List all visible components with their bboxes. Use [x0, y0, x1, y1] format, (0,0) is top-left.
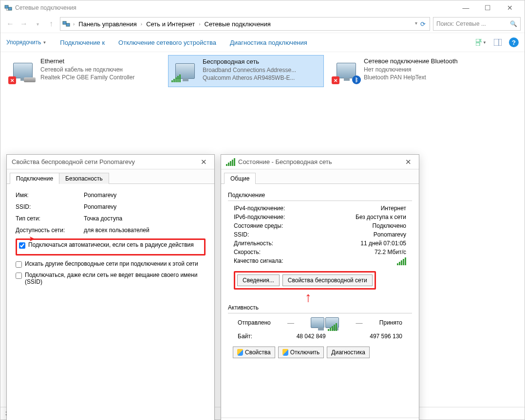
label-ipv6: IPv6-подключение: — [234, 214, 285, 220]
value-avail: для всех пользователей — [84, 227, 150, 234]
value-name: Ponomarevy — [84, 192, 116, 199]
connection-item-ethernet[interactable]: ✕ Ethernet Сетевой кабель не подключен R… — [6, 55, 162, 87]
network-icon — [4, 4, 12, 12]
tab-strip: Общие — [221, 169, 419, 184]
wireless-status-dialog: Состояние - Беспроводная сеть ✕ Общие По… — [221, 154, 419, 420]
connection-icon: ✕ ᛒ — [332, 57, 361, 84]
svg-rect-7 — [481, 39, 482, 42]
label-nettype: Тип сети: — [16, 215, 84, 222]
window-title: Сетевые подключения — [15, 4, 76, 11]
close-icon[interactable]: ✕ — [198, 158, 209, 166]
breadcrumb[interactable]: › Панель управления › Сеть и Интернет › … — [60, 17, 430, 31]
value-speed: 72.2 Мбит/с — [375, 249, 406, 256]
view-options-button[interactable]: ▼ — [476, 37, 487, 48]
ethernet-plug-icon — [24, 77, 36, 82]
breadcrumb-item[interactable]: Сетевые подключения — [203, 19, 273, 29]
section-connection: Подключение — [228, 192, 412, 199]
value-bytes-sent: 48 042 849 — [297, 333, 326, 340]
wireless-properties-dialog: Свойства беспроводной сети Ponomarevy ✕ … — [6, 154, 215, 420]
value-ssid: Ponomarevy — [374, 231, 406, 238]
label-connect-hidden: Подключаться, даже если сеть не ведет ве… — [25, 272, 206, 285]
tab-connection[interactable]: Подключение — [10, 173, 59, 184]
checkbox-auto-connect[interactable] — [19, 242, 25, 249]
activity-icon — [311, 317, 339, 328]
shield-icon — [282, 349, 288, 356]
preview-pane-button[interactable] — [492, 37, 503, 48]
value-media: Подключено — [373, 222, 406, 229]
location-icon — [62, 20, 71, 28]
tab-strip: Подключение Безопасность — [7, 169, 214, 184]
help-button[interactable]: ? — [509, 37, 519, 47]
svg-rect-0 — [5, 5, 8, 8]
tab-security[interactable]: Безопасность — [59, 173, 109, 184]
checkbox-connect-hidden[interactable] — [16, 273, 22, 279]
section-activity: Активность — [228, 304, 412, 311]
maximize-button[interactable]: ☐ — [477, 1, 499, 15]
label-speed: Скорость: — [234, 249, 261, 256]
recent-button[interactable]: ▾ — [32, 18, 43, 30]
value-nettype: Точка доступа — [84, 215, 122, 222]
titlebar: Сетевые подключения — ☐ ✕ — [0, 0, 525, 15]
shield-icon — [237, 349, 243, 356]
breadcrumb-item[interactable]: Панель управления — [76, 19, 138, 29]
toolbar: Упорядочить ▼ Подключение к Отключение с… — [0, 33, 525, 52]
properties-button[interactable]: Свойства — [233, 347, 275, 358]
svg-rect-8 — [476, 43, 480, 46]
up-button[interactable]: ↑ — [45, 18, 57, 30]
pointer-arrow-icon: ➤ — [29, 237, 35, 241]
value-ipv4: Интернет — [381, 205, 406, 212]
label-avail: Доступность сети: — [16, 227, 84, 234]
close-button[interactable]: ✕ — [499, 1, 521, 15]
label-bytes: Байт: — [238, 333, 252, 340]
signal-icon — [226, 158, 235, 166]
label-duration: Длительность: — [234, 240, 273, 247]
disable-button[interactable]: Отключить — [278, 347, 324, 358]
chevron-right-icon: › — [140, 21, 143, 27]
connection-adapter: Qualcomm Atheros AR9485WB-E... — [203, 74, 296, 82]
diagnose-button[interactable]: Диагностика — [327, 347, 370, 358]
search-input[interactable]: Поиск: Сетевые ... 🔍 — [433, 17, 521, 31]
details-button[interactable]: Сведения... — [237, 274, 280, 286]
address-row: ← → ▾ ↑ › Панель управления › Сеть и Инт… — [0, 15, 525, 33]
disable-device-button[interactable]: Отключение сетевого устройства — [118, 39, 216, 46]
breadcrumb-item[interactable]: Сеть и Интернет — [144, 19, 197, 29]
connection-item-bluetooth[interactable]: ✕ ᛒ Сетевое подключение Bluetooth Нет по… — [330, 55, 486, 87]
svg-rect-5 — [66, 23, 70, 26]
connect-to-button[interactable]: Подключение к — [60, 39, 105, 46]
divider — [228, 201, 412, 201]
forward-button[interactable]: → — [18, 18, 30, 30]
organize-menu[interactable]: Упорядочить ▼ — [6, 39, 46, 46]
connection-item-wireless[interactable]: Беспроводная сеть Broadband Connections … — [168, 55, 324, 87]
svg-rect-6 — [476, 39, 480, 42]
dialog-title: Свойства беспроводной сети Ponomarevy — [12, 158, 135, 165]
dialog-title: Состояние - Беспроводная сеть — [238, 158, 332, 165]
close-icon[interactable]: ✕ — [402, 158, 414, 166]
connection-adapter: Realtek PCIe GBE Family Controller — [40, 73, 134, 81]
connection-adapter: Bluetooth PAN HelpText — [364, 73, 458, 81]
value-bytes-recv: 497 596 130 — [370, 333, 402, 340]
minimize-button[interactable]: — — [455, 1, 477, 15]
label-ssid: SSID: — [16, 203, 84, 210]
svg-rect-1 — [8, 7, 12, 10]
connection-name: Ethernet — [40, 57, 134, 66]
wireless-properties-button[interactable]: Свойства беспроводной сети — [282, 274, 373, 286]
connection-icon: ✕ — [8, 57, 38, 84]
checkbox-seek-other[interactable] — [16, 261, 22, 268]
chevron-right-icon: › — [198, 21, 201, 27]
connection-status: Сетевой кабель не подключен — [40, 66, 134, 73]
tab-general[interactable]: Общие — [224, 173, 256, 184]
svg-rect-4 — [63, 21, 66, 24]
divider — [228, 313, 412, 313]
value-ssid: Ponomarevy — [84, 203, 116, 210]
connection-status: Нет подключения — [364, 66, 458, 73]
back-button[interactable]: ← — [4, 18, 16, 30]
connection-status: Broadband Connections Addresse... — [203, 66, 296, 74]
refresh-button[interactable]: ⟳ — [420, 20, 426, 28]
svg-rect-9 — [494, 39, 502, 46]
diagnose-button[interactable]: Диагностика подключения — [230, 39, 307, 46]
dropdown-icon[interactable]: ▾ — [414, 20, 418, 28]
network-connections-window: Сетевые подключения — ☐ ✕ ← → ▾ ↑ › Пане… — [0, 0, 525, 420]
label-ssid: SSID: — [234, 231, 249, 238]
highlight-auto-connect: ➤ Подключаться автоматически, если сеть … — [16, 238, 206, 256]
value-ipv6: Без доступа к сети — [356, 214, 406, 220]
